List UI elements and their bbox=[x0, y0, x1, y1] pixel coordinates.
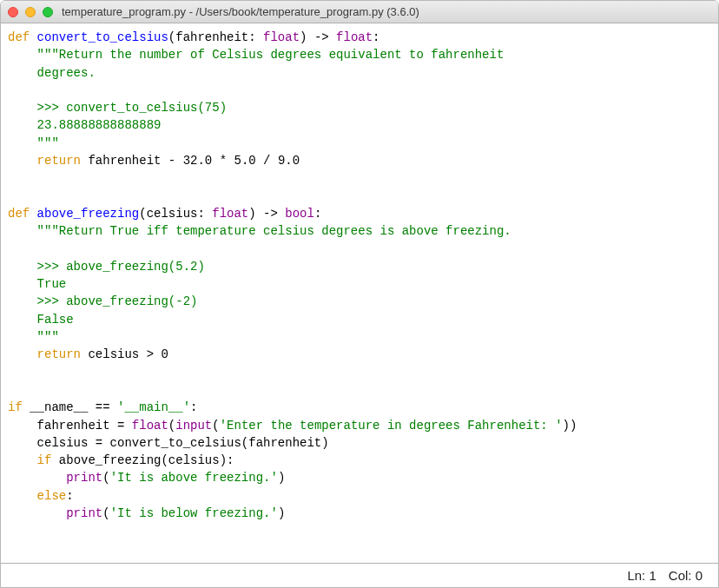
code-line[interactable]: else: bbox=[8, 487, 711, 505]
code-line[interactable]: return celsius > 0 bbox=[8, 346, 711, 363]
code-line[interactable]: """Return the number of Celsius degrees … bbox=[8, 46, 711, 63]
code-line[interactable]: """ bbox=[8, 135, 711, 152]
code-line[interactable] bbox=[8, 188, 711, 205]
close-icon[interactable] bbox=[8, 7, 18, 17]
minimize-icon[interactable] bbox=[25, 7, 36, 17]
code-line[interactable]: if __name__ == '__main__': bbox=[8, 399, 711, 416]
code-line[interactable]: >>> convert_to_celsius(75) bbox=[8, 99, 711, 116]
code-line[interactable]: def convert_to_celsius(fahrenheit: float… bbox=[8, 29, 711, 46]
code-line[interactable]: celsius = convert_to_celsius(fahrenheit) bbox=[8, 434, 711, 452]
traffic-lights bbox=[8, 7, 53, 17]
code-line[interactable] bbox=[8, 381, 711, 399]
code-line[interactable] bbox=[8, 364, 711, 381]
code-line[interactable]: fahrenheit = float(input('Enter the temp… bbox=[8, 417, 711, 434]
status-col: Col: 0 bbox=[669, 568, 703, 583]
code-line[interactable]: degrees. bbox=[8, 64, 711, 82]
code-line[interactable]: >>> above_freezing(5.2) bbox=[8, 258, 711, 275]
code-line[interactable] bbox=[8, 82, 711, 99]
code-line[interactable]: print('It is above freezing.') bbox=[8, 469, 711, 486]
code-line[interactable]: print('It is below freezing.') bbox=[8, 505, 711, 522]
code-line[interactable]: False bbox=[8, 311, 711, 328]
code-line[interactable]: if above_freezing(celsius): bbox=[8, 452, 711, 469]
code-line[interactable]: True bbox=[8, 275, 711, 293]
code-line[interactable]: def above_freezing(celsius: float) -> bo… bbox=[8, 205, 711, 222]
code-line[interactable] bbox=[8, 241, 711, 258]
code-line[interactable]: """Return True iff temperature celsius d… bbox=[8, 222, 711, 240]
window-title: temperature_program.py - /Users/book/tem… bbox=[62, 5, 711, 18]
code-line[interactable] bbox=[8, 169, 711, 187]
code-line[interactable]: return fahrenheit - 32.0 * 5.0 / 9.0 bbox=[8, 152, 711, 169]
zoom-icon[interactable] bbox=[43, 7, 53, 17]
code-line[interactable]: """ bbox=[8, 328, 711, 346]
code-line[interactable]: 23.88888888888889 bbox=[8, 116, 711, 134]
status-bar: Ln: 1 Col: 0 bbox=[1, 564, 718, 587]
titlebar: temperature_program.py - /Users/book/tem… bbox=[1, 1, 718, 23]
status-line: Ln: 1 bbox=[627, 568, 656, 583]
code-line[interactable]: >>> above_freezing(-2) bbox=[8, 293, 711, 310]
code-editor[interactable]: def convert_to_celsius(fahrenheit: float… bbox=[1, 23, 718, 564]
